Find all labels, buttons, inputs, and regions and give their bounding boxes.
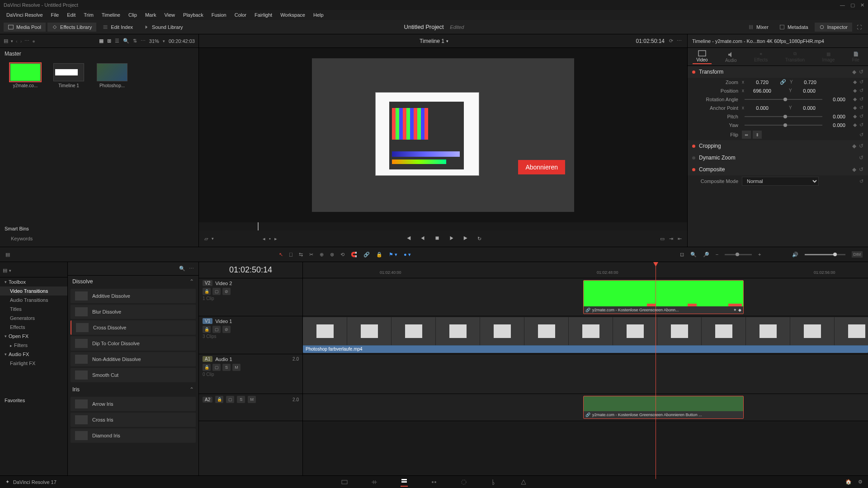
- link-icon[interactable]: 🔗: [780, 79, 786, 85]
- reset-icon[interactable]: ↺: [859, 69, 863, 75]
- window-maximize-icon[interactable]: ▢: [850, 2, 855, 8]
- timeline-options-icon[interactable]: ▤: [5, 252, 10, 258]
- zoom-out-icon[interactable]: −: [716, 252, 718, 257]
- composite-mode-select[interactable]: Normal: [742, 177, 819, 186]
- chevron-down-icon[interactable]: ▾: [212, 236, 214, 241]
- cut-page-icon[interactable]: [371, 478, 378, 487]
- enable-dot-icon[interactable]: [692, 70, 695, 74]
- fx-item[interactable]: Cross Iris: [71, 413, 196, 427]
- menu-item[interactable]: Mark: [142, 11, 160, 19]
- position-x-value[interactable]: 696.000: [748, 88, 776, 94]
- audiofx-header[interactable]: ▾Audio FX: [2, 350, 67, 359]
- effects-library-toggle[interactable]: Effects Library: [47, 23, 96, 32]
- track-header-v1[interactable]: V1 Video 1 🔒 ▢ ⊘ 3 Clips: [199, 316, 302, 354]
- keyframe-icon[interactable]: ◆: [853, 79, 857, 85]
- deliver-page-icon[interactable]: [520, 478, 527, 487]
- insert-icon[interactable]: ⊕: [320, 252, 324, 258]
- enable-dot-icon[interactable]: [692, 156, 695, 160]
- dim-button[interactable]: DIM: [852, 251, 863, 258]
- keyframe-icon[interactable]: ◆: [853, 96, 857, 102]
- prev-edit-icon[interactable]: ◂: [263, 236, 265, 242]
- fairlight-page-icon[interactable]: [490, 478, 497, 487]
- viewer-timeline-title[interactable]: Timeline 1 ▾: [420, 38, 448, 44]
- menu-item[interactable]: DaVinci Resolve: [3, 11, 47, 19]
- reverse-play-icon[interactable]: [420, 235, 426, 242]
- rotation-slider[interactable]: [745, 99, 822, 100]
- track-badge[interactable]: A2: [203, 397, 212, 403]
- bin-view-icon[interactable]: ▤: [4, 38, 8, 44]
- chevron-down-icon[interactable]: ▾: [11, 39, 13, 43]
- cropping-section-header[interactable]: Cropping ◆↺: [688, 140, 868, 152]
- inspector-tab-video[interactable]: Video: [693, 49, 711, 64]
- inspector-tab-image[interactable]: ▦ Image: [819, 51, 839, 63]
- media-pool-toggle[interactable]: Media Pool: [4, 23, 46, 32]
- search-icon[interactable]: 🔍: [179, 266, 185, 272]
- keyframe-icon[interactable]: ◆: [852, 166, 856, 173]
- keyframe-icon[interactable]: ◆: [852, 143, 856, 149]
- first-frame-icon[interactable]: [405, 235, 411, 242]
- video-clip-v2[interactable]: 🔗 y2mate.com - Kostenlose Greenscreen Ab…: [583, 280, 744, 314]
- bin-icon[interactable]: ▤: [3, 267, 7, 273]
- zoom-slider[interactable]: [725, 254, 752, 255]
- pitch-value[interactable]: 0.000: [825, 114, 853, 119]
- auto-select-icon[interactable]: ▢: [212, 364, 221, 371]
- anchor-x-value[interactable]: 0.000: [748, 105, 776, 111]
- detail-zoom-icon[interactable]: 🔍: [690, 252, 697, 258]
- lock-track-icon[interactable]: 🔒: [203, 288, 211, 295]
- edit-index-toggle[interactable]: Edit Index: [98, 23, 137, 32]
- openfx-header[interactable]: ▾Open FX: [2, 332, 67, 341]
- edit-page-icon[interactable]: [401, 478, 408, 487]
- fx-item[interactable]: Dip To Color Dissolve: [71, 336, 196, 351]
- zoom-percent[interactable]: 31%: [149, 38, 159, 44]
- auto-select-icon[interactable]: ▢: [212, 288, 221, 295]
- reset-icon[interactable]: ↺: [859, 79, 863, 85]
- sync-icon[interactable]: ⟳: [669, 38, 673, 44]
- lock-track-icon[interactable]: 🔒: [203, 326, 211, 333]
- inspector-tab-file[interactable]: 📄 File: [849, 51, 863, 63]
- video-clip-v1[interactable]: Photoshop farbverlaufe.mp4: [303, 317, 868, 353]
- fx-item[interactable]: Additive Dissolve: [71, 289, 196, 303]
- fx-tree-generators[interactable]: Generators: [0, 314, 67, 323]
- menu-item[interactable]: Edit: [63, 11, 79, 19]
- audio-clip-a2[interactable]: 🔗 y2mate.com - Kostenlose Greenscreen Ab…: [583, 396, 744, 419]
- next-edit-icon[interactable]: ▸: [274, 236, 277, 242]
- last-frame-icon[interactable]: [463, 235, 469, 242]
- media-clip-thumb[interactable]: Photoshop...: [92, 63, 132, 88]
- playhead[interactable]: [656, 262, 656, 479]
- reset-icon[interactable]: ↺: [859, 96, 863, 102]
- zoom-x-value[interactable]: 0.720: [748, 80, 776, 85]
- fx-item[interactable]: Cross Dissolve: [71, 320, 196, 335]
- reset-icon[interactable]: ↺: [859, 122, 863, 128]
- menu-item[interactable]: Clip: [125, 11, 141, 19]
- dynamic-zoom-section-header[interactable]: Dynamic Zoom ↺: [688, 152, 868, 164]
- color-page-icon[interactable]: [460, 478, 467, 487]
- marker-nav-icon[interactable]: •: [269, 236, 271, 241]
- menu-item[interactable]: View: [160, 11, 179, 19]
- yaw-value[interactable]: 0.000: [825, 122, 853, 128]
- enable-dot-icon[interactable]: [692, 168, 695, 171]
- iris-category[interactable]: Iris⌃: [68, 384, 198, 395]
- auto-select-icon[interactable]: ▢: [226, 396, 234, 403]
- reset-icon[interactable]: ↺: [859, 166, 863, 173]
- transform-overlay-icon[interactable]: ▱: [204, 236, 208, 242]
- track-lane-a2[interactable]: 🔗 y2mate.com - Kostenlose Greenscreen Ab…: [303, 394, 868, 421]
- go-out-icon[interactable]: ⇤: [678, 236, 682, 242]
- stop-icon[interactable]: [434, 235, 440, 242]
- play-icon[interactable]: [448, 235, 455, 242]
- solo-button[interactable]: S: [237, 396, 245, 403]
- overwrite-icon[interactable]: ⊗: [330, 252, 334, 258]
- menu-item[interactable]: File: [47, 11, 63, 19]
- home-icon[interactable]: 🏠: [845, 479, 852, 485]
- grid-view-icon[interactable]: ⊞: [107, 38, 111, 44]
- dissolve-category[interactable]: Dissolve⌃: [68, 276, 198, 287]
- fx-item[interactable]: Arrow Iris: [71, 397, 196, 411]
- chevron-down-icon[interactable]: ▾: [163, 39, 165, 43]
- disable-track-icon[interactable]: ⊘: [222, 288, 231, 295]
- media-page-icon[interactable]: [341, 478, 348, 487]
- fx-tree-effects[interactable]: Effects: [0, 323, 67, 332]
- metadata-toggle[interactable]: Metadata: [775, 23, 813, 32]
- fusion-page-icon[interactable]: [430, 478, 438, 487]
- track-badge[interactable]: A1: [203, 356, 212, 362]
- fx-tree-filters[interactable]: ▸Filters: [0, 341, 67, 350]
- flip-v-button[interactable]: ⬍: [753, 131, 762, 139]
